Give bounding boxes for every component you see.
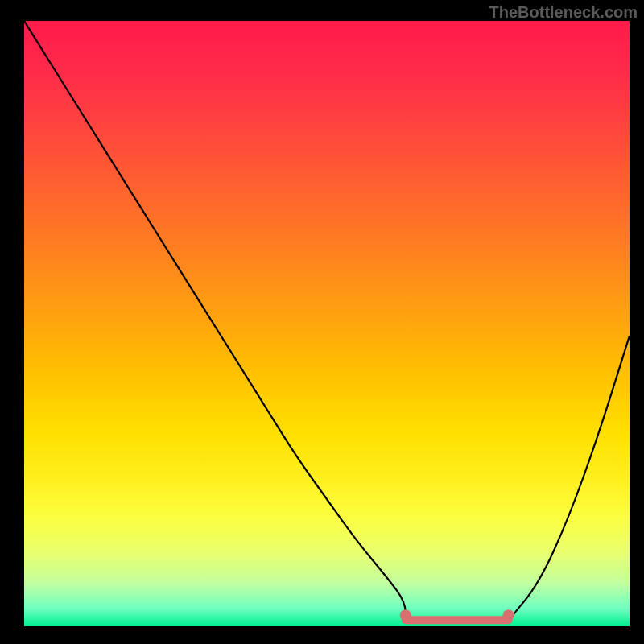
chart-plot-area — [24, 21, 630, 626]
optimal-range-dot-right — [503, 609, 514, 621]
chart-svg — [24, 21, 630, 626]
bottleneck-curve-right — [509, 336, 630, 623]
bottleneck-curve-left — [24, 21, 406, 623]
watermark-text: TheBottleneck.com — [489, 3, 638, 22]
optimal-range-dot-left — [400, 609, 411, 621]
